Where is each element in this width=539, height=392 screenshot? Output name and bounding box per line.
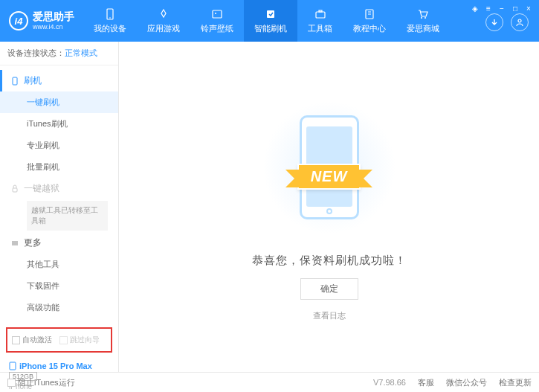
book-icon bbox=[363, 7, 376, 21]
svg-rect-4 bbox=[267, 10, 274, 18]
version-label: V7.98.66 bbox=[373, 378, 406, 387]
nav-my-device[interactable]: 我的设备 bbox=[83, 0, 137, 42]
nav-tutorial[interactable]: 教程中心 bbox=[343, 0, 396, 42]
svg-point-11 bbox=[425, 17, 426, 19]
toolbox-icon bbox=[314, 7, 327, 21]
nav-apps[interactable]: 应用游戏 bbox=[137, 0, 190, 42]
sidebar-item-itunes[interactable]: iTunes刷机 bbox=[0, 113, 118, 135]
svg-rect-13 bbox=[13, 77, 17, 85]
sidebar-item-other[interactable]: 其他工具 bbox=[0, 254, 118, 275]
sidebar-item-pro[interactable]: 专业刷机 bbox=[0, 135, 118, 156]
refresh-icon bbox=[264, 7, 277, 21]
close-icon[interactable]: × bbox=[523, 3, 535, 13]
auto-activate-checkbox[interactable]: 自动激活 bbox=[12, 335, 52, 345]
logo-area: i4 爱思助手 www.i4.cn bbox=[0, 0, 83, 42]
nav-ringtone[interactable]: 铃声壁纸 bbox=[190, 0, 244, 42]
main-content: NEW 恭喜您，保资料刷机成功啦！ 确定 查看日志 bbox=[119, 42, 539, 372]
sidebar: 设备连接状态：正常模式 刷机 一键刷机 iTunes刷机 专业刷机 批量刷机 一… bbox=[0, 42, 119, 372]
skip-guide-checkbox[interactable]: 跳过向导 bbox=[59, 335, 100, 345]
image-icon bbox=[210, 7, 224, 21]
brand-name: 爱思助手 bbox=[33, 10, 74, 23]
connection-status: 设备连接状态：正常模式 bbox=[0, 42, 118, 65]
download-button[interactable] bbox=[485, 13, 503, 31]
block-itunes-checkbox[interactable]: 阻止iTunes运行 bbox=[7, 377, 75, 388]
success-illustration: NEW bbox=[255, 93, 404, 242]
jailbreak-note: 越狱工具已转移至工具箱 bbox=[27, 201, 108, 231]
phone-icon bbox=[10, 77, 19, 86]
svg-point-10 bbox=[421, 17, 422, 19]
wechat-link[interactable]: 微信公众号 bbox=[446, 377, 487, 388]
svg-rect-6 bbox=[319, 10, 322, 12]
svg-rect-2 bbox=[213, 10, 222, 18]
view-log-link[interactable]: 查看日志 bbox=[313, 310, 346, 321]
sidebar-item-batch[interactable]: 批量刷机 bbox=[0, 156, 118, 178]
device-icon bbox=[9, 362, 16, 370]
svg-point-1 bbox=[109, 17, 111, 19]
sidebar-section-jailbreak: 一键越狱 bbox=[0, 178, 118, 199]
window-controls: ◈ ≡ − □ × bbox=[469, 0, 539, 13]
main-nav: 我的设备 应用游戏 铃声壁纸 智能刷机 工具箱 教程中心 爱思商城 bbox=[83, 0, 469, 42]
svg-rect-18 bbox=[10, 362, 16, 370]
sidebar-section-more[interactable]: 更多 bbox=[0, 232, 118, 254]
sidebar-item-download[interactable]: 下载固件 bbox=[0, 275, 118, 297]
cart-icon bbox=[416, 7, 430, 21]
phone-icon bbox=[103, 7, 117, 21]
sidebar-item-onekey[interactable]: 一键刷机 bbox=[0, 91, 118, 113]
sidebar-section-flash[interactable]: 刷机 bbox=[0, 70, 118, 91]
apps-icon bbox=[157, 7, 170, 21]
svg-point-12 bbox=[518, 19, 521, 22]
svg-rect-5 bbox=[316, 12, 325, 18]
user-button[interactable] bbox=[511, 13, 529, 31]
skin-icon[interactable]: ◈ bbox=[469, 3, 481, 13]
more-icon bbox=[10, 239, 19, 248]
new-ribbon: NEW bbox=[297, 164, 361, 190]
minimize-icon[interactable]: − bbox=[496, 3, 508, 13]
menu-icon[interactable]: ≡ bbox=[482, 3, 494, 13]
nav-store[interactable]: 爱思商城 bbox=[396, 0, 450, 42]
options-row: 自动激活 跳过向导 bbox=[6, 327, 112, 353]
brand-url: www.i4.cn bbox=[33, 23, 74, 31]
sidebar-item-advanced[interactable]: 高级功能 bbox=[0, 297, 118, 318]
update-link[interactable]: 检查更新 bbox=[499, 377, 532, 388]
ok-button[interactable]: 确定 bbox=[300, 278, 358, 300]
lock-icon bbox=[10, 184, 19, 193]
nav-flash[interactable]: 智能刷机 bbox=[244, 0, 297, 42]
svg-point-3 bbox=[215, 13, 216, 14]
maximize-icon[interactable]: □ bbox=[509, 3, 521, 13]
app-header: i4 爱思助手 www.i4.cn 我的设备 应用游戏 铃声壁纸 智能刷机 工具… bbox=[0, 0, 539, 42]
nav-toolbox[interactable]: 工具箱 bbox=[297, 0, 343, 42]
device-name: iPhone 15 Pro Max bbox=[19, 362, 92, 370]
svg-rect-14 bbox=[13, 188, 17, 192]
logo-icon: i4 bbox=[9, 11, 28, 30]
success-message: 恭喜您，保资料刷机成功啦！ bbox=[252, 254, 407, 268]
service-link[interactable]: 客服 bbox=[418, 377, 434, 388]
